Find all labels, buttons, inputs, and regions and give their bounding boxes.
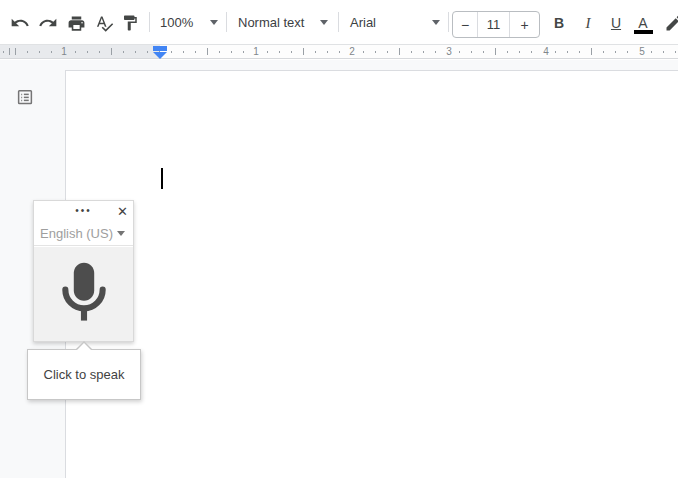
spelling-check-button[interactable] [92, 11, 116, 35]
ruler-half-inch-ticks [0, 48, 678, 55]
chevron-down-icon [117, 231, 125, 236]
paragraph-style-select[interactable]: Normal text [238, 8, 328, 36]
toolbar-divider [149, 12, 150, 32]
toolbar: 100% Normal text Arial − 11 + B I U A [0, 0, 678, 44]
chevron-down-icon [320, 20, 328, 25]
tooltip-text: Click to speak [44, 367, 125, 382]
click-to-speak-tooltip: Click to speak [27, 349, 141, 400]
first-line-indent-marker[interactable] [153, 46, 167, 51]
microphone-button[interactable] [34, 247, 133, 341]
text-cursor [161, 168, 163, 189]
language-select[interactable]: English (US) [34, 222, 133, 246]
paragraph-style-value: Normal text [238, 15, 314, 30]
redo-icon [38, 13, 58, 33]
ruler-number: 1 [59, 45, 69, 58]
zoom-value: 100% [160, 15, 204, 30]
decrease-font-size-button[interactable]: − [453, 12, 478, 37]
microphone-icon [49, 257, 119, 331]
bold-button[interactable]: B [546, 10, 572, 36]
italic-button[interactable]: I [575, 10, 601, 36]
toolbar-divider [338, 12, 339, 32]
underline-button[interactable]: U [603, 10, 629, 36]
ruler-number: 5 [637, 45, 647, 58]
chevron-down-icon [432, 20, 440, 25]
voice-widget-header[interactable]: ••• ✕ [34, 201, 133, 222]
document-canvas: ••• ✕ English (US) Click to s [0, 60, 678, 478]
google-docs-app: 100% Normal text Arial − 11 + B I U A [0, 0, 678, 478]
undo-icon [10, 13, 30, 33]
current-text-color-swatch [634, 30, 653, 34]
font-family-select[interactable]: Arial [350, 8, 440, 36]
ink-pen-icon [664, 13, 678, 33]
show-document-outline-button[interactable] [14, 87, 36, 109]
toolbar-divider [448, 12, 449, 32]
font-family-value: Arial [350, 15, 426, 30]
document-outline-icon [16, 88, 34, 109]
ruler-number: 2 [347, 45, 357, 58]
paint-format-button[interactable] [118, 11, 142, 35]
language-value: English (US) [40, 226, 117, 241]
ruler-number: 1 [251, 45, 261, 58]
font-size-control: − 11 + [452, 11, 540, 38]
font-size-value[interactable]: 11 [478, 12, 509, 37]
pen-tool-button[interactable] [662, 11, 678, 35]
document-page[interactable] [65, 70, 678, 478]
ruler-number: 4 [541, 45, 551, 58]
undo-button[interactable] [8, 11, 32, 35]
tooltip-caret [77, 343, 91, 350]
print-icon [67, 14, 86, 33]
toolbar-divider [226, 12, 227, 32]
underline-label: U [611, 15, 621, 31]
spellcheck-icon [95, 14, 114, 33]
increase-font-size-button[interactable]: + [509, 12, 539, 37]
paint-format-icon [121, 14, 139, 32]
close-button[interactable]: ✕ [117, 201, 128, 222]
voice-typing-widget: ••• ✕ English (US) [33, 200, 134, 342]
zoom-select[interactable]: 100% [160, 8, 218, 36]
chevron-down-icon [210, 20, 218, 25]
redo-button[interactable] [36, 11, 60, 35]
ruler: 1 1 2 3 4 5 [0, 44, 678, 59]
print-button[interactable] [64, 11, 88, 35]
ruler-number: 3 [444, 45, 454, 58]
more-options-button[interactable]: ••• [75, 201, 92, 222]
left-indent-marker[interactable] [153, 52, 167, 59]
